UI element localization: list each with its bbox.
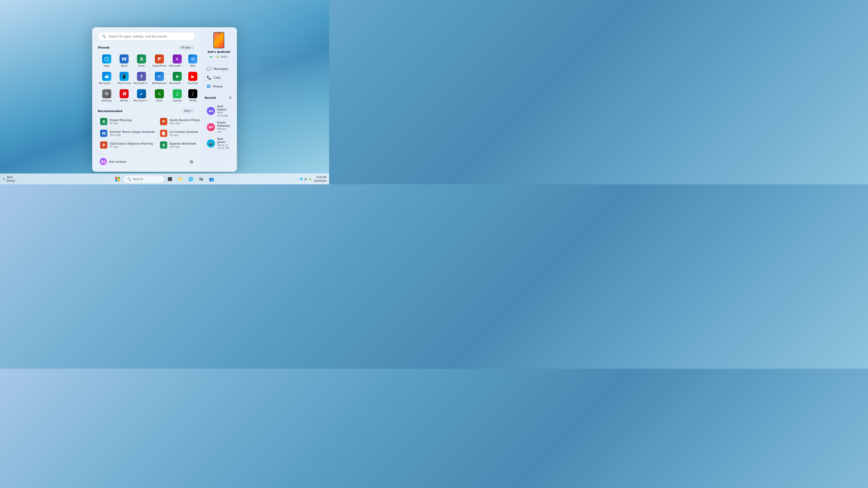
- photo-name: New photo: [217, 137, 231, 144]
- excel-label: Excel: [138, 64, 145, 67]
- teams-taskbar[interactable]: 👥: [207, 175, 216, 184]
- weather-icon: ☀: [3, 177, 5, 181]
- user-avatar: KL: [100, 158, 107, 165]
- app-whiteboard[interactable]: ✏ Whiteboard: [151, 70, 167, 87]
- app-search-input[interactable]: [108, 35, 191, 38]
- taskbar-center: 🔍 Search ⬛ 📁 🌐 🛍 👥: [113, 175, 216, 184]
- app-search-box[interactable]: 🔍: [98, 32, 195, 40]
- taskbar-search-icon: 🔍: [127, 177, 131, 181]
- app-phonelink[interactable]: 📱 Phone Link: [116, 70, 132, 87]
- taskbar-search-bar[interactable]: 🔍 Search: [123, 175, 164, 183]
- app-clipchamp[interactable]: C Microsoft Clipchamp: [168, 53, 186, 69]
- app-photos[interactable]: 🏔 Microsoft Photos: [98, 70, 116, 87]
- rec-tennis[interactable]: W Summer Tennis League Schedule 45m ago: [98, 128, 157, 139]
- recommended-label: Recommended: [98, 109, 122, 113]
- recent-settings-button[interactable]: ⚙: [228, 95, 233, 100]
- recent-kristin[interactable]: KP Kristin Patterson Missed call: [205, 119, 233, 135]
- app-netflix[interactable]: N Netflix: [116, 88, 132, 104]
- all-apps-button[interactable]: All apps ›: [178, 45, 195, 50]
- powerpoint-icon: P: [155, 55, 164, 64]
- app-teams[interactable]: T Microsoft Teams: [133, 70, 150, 87]
- svg-rect-3: [118, 180, 120, 182]
- user-profile-button[interactable]: KL Kat Larsson: [98, 157, 128, 166]
- panel-actions: 💬 Messages 📞 Calls 🖼 Photos: [205, 65, 233, 90]
- app-edge[interactable]: Edge: [98, 53, 116, 69]
- store-taskbar[interactable]: 🛍: [197, 175, 206, 184]
- app-xbox[interactable]: 𝕏 Xbox: [151, 88, 167, 104]
- todo-icon: ✔: [137, 89, 146, 98]
- app-settings[interactable]: ⚙ Settings: [98, 88, 116, 104]
- photos-panel-icon: 🖼: [207, 84, 211, 89]
- app-spotify[interactable]: ♫ Spotify: [168, 88, 186, 104]
- teams-icon: T: [137, 72, 146, 81]
- excel-icon: X: [137, 55, 146, 64]
- taskbar-search-label: Search: [133, 177, 143, 181]
- app-excel[interactable]: X Excel: [133, 53, 150, 69]
- more-button[interactable]: More ›: [182, 108, 195, 113]
- rec-expense-name: Expense Worksheet: [169, 142, 196, 145]
- recent-photo[interactable]: 📷 New photo Today at 10:31 AM: [205, 135, 233, 151]
- photos-panel-label: Photos: [213, 85, 223, 88]
- app-word[interactable]: W Word: [116, 53, 132, 69]
- photos-icon: 🏔: [102, 72, 111, 81]
- user-area: KL Kat Larsson ⏻: [98, 154, 195, 166]
- app-powerpoint[interactable]: P PowerPoint: [151, 53, 167, 69]
- start-menu-left-panel: 🔍 Pinned All apps › Edge W Wor: [92, 27, 201, 172]
- battery-taskbar-icon[interactable]: 🔋: [309, 177, 312, 181]
- app-mail[interactable]: ✉ Mail: [187, 53, 199, 69]
- svg-rect-1: [118, 177, 120, 179]
- bluetooth-icon: ⌁: [213, 55, 215, 58]
- recent-aadi[interactable]: AK Aadi Kapoor New message: [205, 103, 233, 119]
- power-button[interactable]: ⏻: [188, 158, 195, 165]
- aadi-detail: New message: [217, 111, 231, 117]
- netflix-icon: N: [120, 89, 129, 98]
- battery-level: 100%: [221, 55, 228, 58]
- app-tiktok[interactable]: ♪ TikTok: [187, 88, 199, 104]
- kristin-detail: Missed call: [217, 127, 231, 133]
- rec-ppt-icon-2: P: [100, 141, 107, 149]
- edge-icon: [102, 55, 111, 64]
- photos-panel-button[interactable]: 🖼 Photos: [205, 83, 233, 90]
- edge-taskbar[interactable]: 🌐: [186, 175, 195, 184]
- file-explorer-taskbar[interactable]: 📁: [176, 175, 185, 184]
- device-header: Kat's Android ⌁ 🔋 100%: [205, 32, 233, 61]
- rec-tennis-name: Summer Tennis League Schedule: [110, 130, 155, 133]
- kristin-name: Kristin Patterson: [217, 121, 231, 127]
- messages-button[interactable]: 💬 Messages: [205, 65, 233, 73]
- rec-goals[interactable]: P 2024 Goal & Objective Planning 3h ago: [98, 140, 157, 151]
- weather-widget[interactable]: ☀ 78°F Sunny: [3, 176, 15, 182]
- network-icon[interactable]: 🌐: [300, 177, 303, 181]
- start-button[interactable]: [113, 175, 122, 184]
- rec-project-planning[interactable]: X Project Planning 6h ago: [98, 116, 157, 127]
- spotify-label: Spotify: [173, 99, 182, 102]
- rec-ppt-icon-1: P: [160, 118, 167, 125]
- chevron-up-icon[interactable]: ⌃: [296, 177, 298, 181]
- recommended-section-header: Recommended More ›: [98, 108, 195, 113]
- kristin-avatar: KP: [207, 123, 215, 131]
- rec-tennis-time: 45m ago: [110, 133, 155, 136]
- task-view-button[interactable]: ⬛: [165, 175, 175, 184]
- volume-icon[interactable]: 🔊: [304, 177, 307, 181]
- photo-avatar: 📷: [207, 139, 215, 148]
- weather-condition: Sunny: [6, 179, 15, 182]
- app-todo[interactable]: ✔ Microsoft To Do: [133, 88, 150, 104]
- device-status: ⌁ 🔋 100%: [210, 55, 228, 58]
- time-display[interactable]: 9:28 AM 10/6/2024: [314, 175, 327, 183]
- netflix-label: Netflix: [120, 99, 128, 102]
- pinned-label: Pinned: [98, 46, 110, 49]
- start-menu: 🔍 Pinned All apps › Edge W Wor: [92, 27, 237, 172]
- svg-rect-0: [115, 177, 117, 179]
- taskbar-right: ⌃ 🌐 🔊 🔋 9:28 AM 10/6/2024: [296, 175, 327, 183]
- photo-detail: Today at 10:31 AM: [217, 144, 231, 150]
- recent-header: Recent ⚙: [205, 95, 233, 100]
- app-solitaire[interactable]: ♠ Microsoft Solitaire...: [168, 70, 186, 87]
- whiteboard-label: Whiteboard: [152, 82, 166, 85]
- xbox-icon: 𝕏: [155, 89, 164, 98]
- calls-button[interactable]: 📞 Calls: [205, 74, 233, 82]
- pinned-section-header: Pinned All apps ›: [98, 45, 195, 50]
- whiteboard-icon: ✏: [155, 72, 164, 81]
- rec-project-name: Project Planning: [110, 119, 131, 122]
- app-youtube[interactable]: ▶ YouTube: [187, 70, 199, 87]
- powerpoint-label: PowerPoint: [153, 64, 166, 67]
- svg-rect-2: [115, 180, 117, 182]
